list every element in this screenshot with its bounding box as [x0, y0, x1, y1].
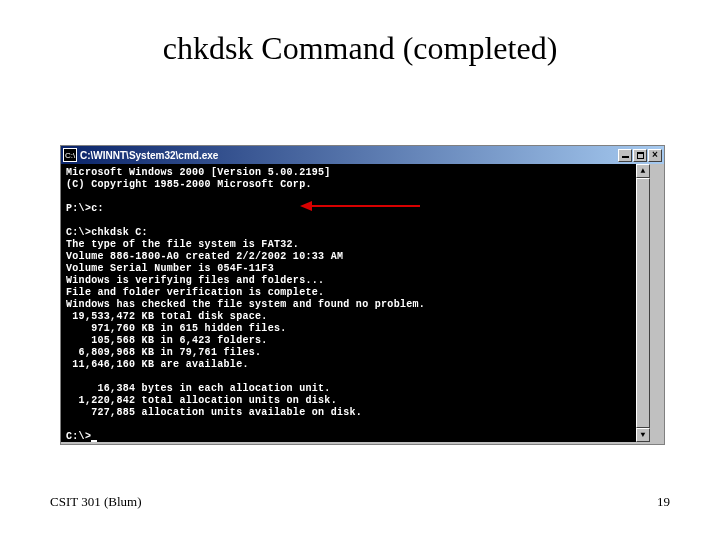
scroll-track[interactable] — [636, 178, 650, 428]
scroll-down-button[interactable]: ▼ — [636, 428, 650, 442]
titlebar: C:\ C:\WINNT\System32\cmd.exe × — [61, 146, 664, 164]
scrollbar[interactable]: ▲ ▼ — [636, 164, 650, 442]
page-number: 19 — [657, 494, 670, 510]
cmd-window: C:\ C:\WINNT\System32\cmd.exe × Microsof… — [60, 145, 665, 445]
slide-title: chkdsk Command (completed) — [0, 30, 720, 67]
window-controls: × — [617, 149, 662, 162]
cursor — [91, 440, 97, 442]
annotation-arrow — [300, 201, 420, 211]
window-title: C:\WINNT\System32\cmd.exe — [80, 150, 617, 161]
scroll-thumb[interactable] — [636, 178, 650, 428]
close-button[interactable]: × — [648, 149, 662, 162]
minimize-button[interactable] — [618, 149, 632, 162]
cmd-icon: C:\ — [63, 148, 77, 162]
scroll-up-button[interactable]: ▲ — [636, 164, 650, 178]
footer-course: CSIT 301 (Blum) — [50, 494, 142, 510]
maximize-button[interactable] — [633, 149, 647, 162]
